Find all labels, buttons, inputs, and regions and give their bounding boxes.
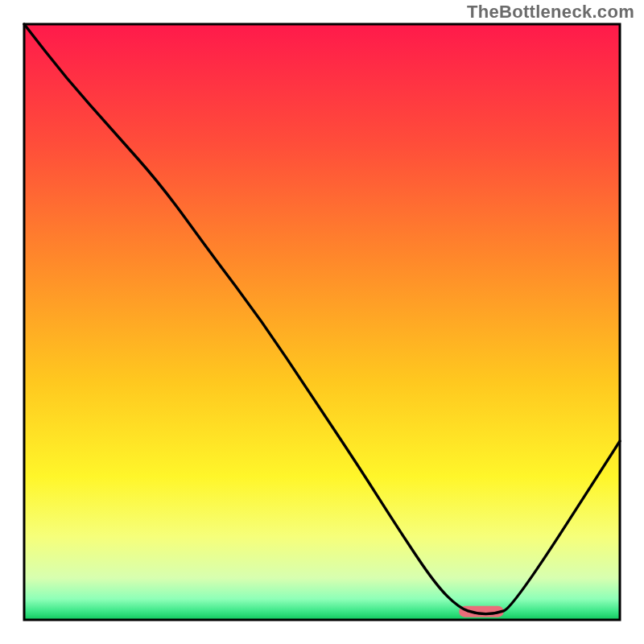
plot-background bbox=[24, 24, 620, 620]
watermark-text: TheBottleneck.com bbox=[467, 2, 634, 23]
bottleneck-chart bbox=[0, 0, 644, 644]
chart-container: TheBottleneck.com bbox=[0, 0, 644, 644]
